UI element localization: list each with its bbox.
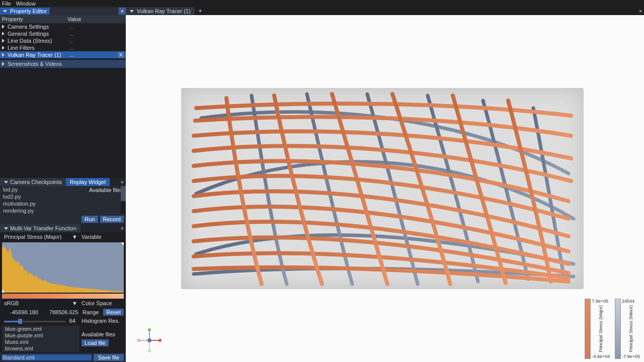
caret-down-icon xyxy=(4,227,8,230)
histogram-res-value: 64 xyxy=(69,318,75,324)
col-value: Value xyxy=(65,15,126,23)
save-file-button[interactable]: Save file xyxy=(94,354,124,361)
colorspace-label: Color Space xyxy=(82,300,124,306)
caret-icon xyxy=(2,53,5,57)
screenshots-section[interactable]: Screenshots & Videos xyxy=(0,60,126,68)
scrollbar[interactable] xyxy=(121,186,126,214)
color-gradient[interactable] xyxy=(2,294,124,299)
available-files-label: Available files xyxy=(89,187,123,193)
record-button[interactable]: Record xyxy=(100,216,124,223)
colorspace-select[interactable]: sRGB▼ xyxy=(2,300,79,307)
legend-minor-label: Principal Stress (Minor) xyxy=(628,305,633,352)
svg-point-6 xyxy=(137,339,140,342)
menu-window[interactable]: Window xyxy=(16,1,36,7)
checkpoints-tabbar: Camera Checkpoints Replay Widget × xyxy=(0,178,126,186)
legend-major: 7.9e+05 Principal Stress (Major) -4.6e+0… xyxy=(585,299,611,359)
svg-point-9 xyxy=(147,338,151,342)
rendered-scene xyxy=(181,88,584,289)
property-header: Property Value xyxy=(0,15,126,23)
variable-label: Variable xyxy=(82,234,124,240)
menu-bar[interactable]: File Window xyxy=(0,0,644,7)
load-file-button[interactable]: Load file xyxy=(82,339,109,346)
svg-point-8 xyxy=(148,349,151,352)
caret-icon xyxy=(2,39,5,43)
add-viewport-button[interactable]: + xyxy=(195,7,206,15)
list-item[interactable]: browns.xml xyxy=(2,345,79,352)
legend-major-label: Principal Stress (Major) xyxy=(598,305,603,352)
caret-down-icon xyxy=(130,10,134,13)
svg-point-4 xyxy=(158,339,162,342)
list-item[interactable]: blue-purple.xml xyxy=(2,332,79,339)
prop-row-linefilters[interactable]: Line Filters ... xyxy=(0,44,126,51)
replay-file-list[interactable]: Available files lod.py lod2.py motivatio… xyxy=(0,186,126,214)
selected-colormap[interactable]: Standard.xml xyxy=(2,354,92,360)
svg-marker-0 xyxy=(2,246,124,293)
range-label: Range xyxy=(83,309,99,315)
list-item[interactable]: blue-green.xml xyxy=(2,326,79,332)
list-item[interactable]: motivation.py xyxy=(0,200,126,207)
caret-icon xyxy=(2,25,5,29)
prop-row-general[interactable]: General Settings ... xyxy=(0,30,126,37)
prop-row-vulkan[interactable]: Vulkan Ray Tracer (1) ... X xyxy=(0,51,126,58)
property-editor-tabbar: Property Editor × xyxy=(0,7,126,15)
tab-replay-widget[interactable]: Replay Widget xyxy=(66,178,110,186)
reset-button[interactable]: Reset xyxy=(103,309,124,316)
viewport: Vulkan Ray Tracer (1) + × xyxy=(126,7,644,362)
col-property: Property xyxy=(0,15,65,23)
viewport-tabbar: Vulkan Ray Tracer (1) + × xyxy=(126,7,644,15)
close-icon[interactable]: × xyxy=(637,7,644,15)
list-item[interactable]: blues.xml xyxy=(2,339,79,345)
legend-minor: 24544 Principal Stress (Minor) -7.9e+05 xyxy=(615,299,641,359)
legend-minor-max: 24544 xyxy=(622,299,640,304)
legend-bar-major xyxy=(585,299,591,359)
property-editor-tab[interactable]: Property Editor xyxy=(0,8,50,15)
caret-down-icon xyxy=(4,181,8,184)
colormap-file-list[interactable]: blue-green.xml blue-purple.xml blues.xml… xyxy=(2,326,79,352)
menu-file[interactable]: File xyxy=(2,1,11,7)
color-legend: 7.9e+05 Principal Stress (Major) -4.6e+0… xyxy=(585,299,641,359)
caret-icon xyxy=(2,32,5,36)
close-icon[interactable]: × xyxy=(119,224,126,232)
render-canvas[interactable]: 7.9e+05 Principal Stress (Major) -4.6e+0… xyxy=(126,15,644,362)
legend-minor-min: -7.9e+05 xyxy=(622,354,640,359)
range-handle-left[interactable] xyxy=(2,290,5,293)
caret-down-icon xyxy=(3,10,7,13)
list-item[interactable]: lod2.py xyxy=(0,193,126,200)
range-handle-right[interactable] xyxy=(121,242,124,245)
range-max-input[interactable] xyxy=(42,309,80,316)
legend-bar-minor xyxy=(615,299,621,359)
legend-major-min: -4.6e+04 xyxy=(592,354,610,359)
caret-icon xyxy=(2,62,5,66)
legend-major-max: 7.9e+05 xyxy=(592,299,610,304)
caret-icon xyxy=(2,46,5,50)
remove-renderer-button[interactable]: X xyxy=(118,52,124,58)
prop-row-linedata[interactable]: Line Data (Stress) ... xyxy=(0,37,126,44)
tab-camera-checkpoints[interactable]: Camera Checkpoints xyxy=(0,178,66,186)
viewport-tab[interactable]: Vulkan Ray Tracer (1) xyxy=(126,7,195,15)
axis-gizmo[interactable] xyxy=(137,328,162,353)
available-files-label: Available files xyxy=(82,331,115,337)
tab-transfer-function[interactable]: Multi-Var Transfer Function xyxy=(0,224,80,232)
variable-select[interactable]: Principal Stress (Major)▼ xyxy=(2,233,79,240)
close-icon[interactable]: × xyxy=(119,178,126,186)
range-min-input[interactable] xyxy=(2,309,40,316)
svg-point-2 xyxy=(148,328,151,331)
prop-row-camera[interactable]: Camera Settings ... xyxy=(0,23,126,30)
tf-tabbar: Multi-Var Transfer Function × xyxy=(0,224,126,232)
histogram-res-label: Histogram Res. xyxy=(82,318,124,324)
close-icon[interactable]: × xyxy=(119,8,126,15)
histogram-res-slider[interactable] xyxy=(4,319,65,324)
sidebar: Property Editor × Property Value Camera … xyxy=(0,7,126,362)
histogram[interactable] xyxy=(2,242,124,293)
list-item[interactable]: rendering.py xyxy=(0,207,126,214)
run-button[interactable]: Run xyxy=(82,216,98,223)
